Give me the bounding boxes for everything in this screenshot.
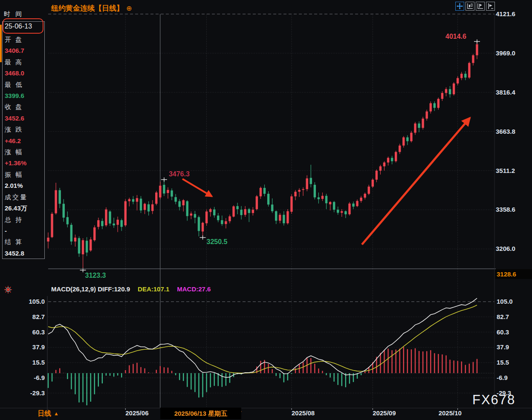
quote-row-value: +1.36% bbox=[5, 158, 28, 169]
candle-body bbox=[453, 83, 455, 94]
price-scale-candle-icon[interactable] bbox=[466, 2, 474, 11]
macd-readout-segment: MACD:27.6 bbox=[177, 285, 211, 293]
candle-body bbox=[190, 213, 192, 216]
candle-body bbox=[298, 190, 300, 192]
candle-body bbox=[321, 196, 324, 199]
quote-row-label: 收 盘 bbox=[5, 101, 28, 112]
candle-body bbox=[364, 194, 366, 198]
candle-body bbox=[120, 220, 122, 227]
candle-body bbox=[256, 196, 258, 209]
quote-row-label: 最 高 bbox=[5, 57, 28, 68]
candle-body bbox=[376, 171, 378, 180]
diff-line bbox=[48, 298, 477, 377]
quote-row-value: 3406.7 bbox=[5, 45, 28, 56]
candle-body bbox=[422, 118, 424, 128]
candle-body bbox=[70, 225, 72, 242]
candle-body bbox=[337, 210, 339, 213]
candle-body bbox=[167, 190, 169, 193]
quote-row-label: 总 持 bbox=[5, 214, 28, 225]
candle-body bbox=[437, 99, 439, 108]
candle-body bbox=[124, 201, 127, 225]
price-scale-flag-icon[interactable] bbox=[476, 2, 485, 11]
candle-body bbox=[344, 211, 347, 214]
candle-body bbox=[174, 197, 176, 202]
quote-row-label: 涨 幅 bbox=[5, 147, 28, 158]
candle-body bbox=[410, 133, 412, 141]
candle-body bbox=[430, 103, 432, 111]
candle-body bbox=[78, 238, 80, 253]
candle-body bbox=[217, 216, 219, 220]
candle-body bbox=[225, 221, 227, 224]
candle-body bbox=[460, 74, 463, 78]
panel-frame-lines bbox=[0, 14, 532, 420]
quote-rows: 开 盘3406.7最 高3468.0最 低3399.6收 盘3452.6涨 跌+… bbox=[5, 34, 28, 259]
candle-body bbox=[140, 198, 142, 210]
chart-toolbar bbox=[455, 2, 495, 11]
candle-body bbox=[360, 198, 362, 201]
candle-body bbox=[294, 192, 296, 196]
candle-body bbox=[472, 55, 474, 63]
quote-row-label: 开 盘 bbox=[5, 34, 28, 45]
candle-body bbox=[186, 201, 188, 216]
chart-canvas[interactable] bbox=[0, 0, 532, 420]
candle-body bbox=[163, 185, 165, 193]
quote-row-value: 2.01% bbox=[5, 180, 28, 191]
quote-row-label: 涨 跌 bbox=[5, 124, 28, 135]
candle-body bbox=[66, 217, 69, 224]
candle-body bbox=[58, 190, 61, 204]
candlestick-series bbox=[47, 41, 478, 270]
indicator-settings-icon[interactable] bbox=[4, 285, 12, 294]
candle-body bbox=[63, 204, 65, 218]
candle-body bbox=[306, 178, 308, 189]
period-selector-label: 日线 bbox=[38, 410, 51, 417]
candle-body bbox=[51, 214, 53, 237]
candle-body bbox=[47, 238, 49, 242]
candle-body bbox=[271, 204, 273, 211]
candle-body bbox=[252, 210, 254, 213]
candle-body bbox=[267, 194, 269, 204]
quote-row-value: 3399.6 bbox=[5, 90, 28, 101]
candle-body bbox=[205, 211, 208, 223]
quote-row-value: 3452.6 bbox=[5, 113, 28, 124]
period-bracket: 【日线】 bbox=[95, 4, 124, 12]
candle-body bbox=[341, 211, 343, 213]
quote-row-value: 3468.0 bbox=[5, 68, 28, 79]
candle-body bbox=[240, 210, 242, 215]
candle-body bbox=[209, 209, 211, 212]
candle-body bbox=[155, 193, 157, 204]
candle-body bbox=[310, 178, 312, 184]
quote-row-label: 振 幅 bbox=[5, 169, 28, 180]
candle-body bbox=[348, 204, 350, 214]
quote-row-label: 成交量 bbox=[5, 192, 28, 203]
candle-body bbox=[248, 209, 250, 213]
candle-body bbox=[171, 190, 173, 196]
candle-body bbox=[151, 204, 153, 211]
quote-row-value: 26.43万 bbox=[5, 203, 28, 214]
candle-body bbox=[116, 220, 119, 225]
fx678-watermark: FX678 bbox=[472, 392, 515, 408]
quote-info-sidebar: 时 间 25-06-13 开 盘3406.7最 高3468.0最 低3399.6… bbox=[0, 0, 47, 281]
candle-body bbox=[356, 201, 358, 206]
candle-body bbox=[74, 238, 76, 242]
candle-body bbox=[406, 137, 408, 141]
quote-row-value: 3452.8 bbox=[5, 248, 28, 259]
candle-body bbox=[182, 200, 185, 205]
candle-body bbox=[236, 206, 238, 209]
candle-body bbox=[445, 89, 447, 93]
expand-icon[interactable]: ⊕ bbox=[126, 5, 132, 12]
candle-body bbox=[441, 93, 443, 99]
period-selector[interactable]: 日线▲ bbox=[38, 409, 59, 418]
candle-body bbox=[302, 189, 304, 190]
candle-body bbox=[318, 197, 320, 199]
quote-row-value: - bbox=[5, 225, 28, 236]
candle-body bbox=[391, 158, 393, 161]
candle-body bbox=[260, 188, 262, 196]
candle-body bbox=[449, 89, 451, 94]
export-flag-icon[interactable] bbox=[486, 2, 495, 11]
move-crosshair-icon[interactable] bbox=[455, 2, 464, 11]
candle-body bbox=[194, 214, 196, 217]
candle-body bbox=[402, 137, 405, 145]
date-highlight-box bbox=[3, 18, 43, 34]
candle-body bbox=[379, 166, 382, 170]
candle-body bbox=[368, 187, 370, 194]
